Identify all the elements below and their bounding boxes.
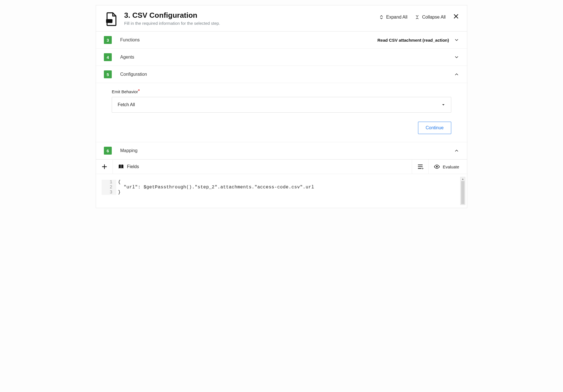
svg-text:CSV: CSV xyxy=(107,20,112,23)
continue-button[interactable]: Continue xyxy=(418,122,451,134)
configuration-body: Emit Behavior* Fetch All Continue xyxy=(96,83,467,142)
panel-header: CSV 3. CSV Configuration Fill in the req… xyxy=(96,5,467,32)
fields-button[interactable]: Fields xyxy=(113,160,144,174)
evaluate-button[interactable]: Evaluate xyxy=(429,160,467,174)
section-functions-summary: Read CSV attachment (read_action) xyxy=(377,38,449,43)
mapping-code-editor[interactable]: 1 { 2 "url": $getPassthrough()."step_2".… xyxy=(96,174,467,208)
add-mapping-button[interactable] xyxy=(96,160,113,174)
plus-icon xyxy=(101,164,108,170)
chevron-down-icon xyxy=(454,55,459,60)
section-configuration-label: Configuration xyxy=(120,72,147,77)
line-number: 2 xyxy=(102,185,116,190)
code-line-3: 3 } xyxy=(102,190,461,195)
chevron-up-icon xyxy=(454,72,459,77)
page-title: 3. CSV Configuration xyxy=(124,11,220,20)
csv-file-icon: CSV xyxy=(104,12,119,27)
code-line-1: 1 { xyxy=(102,180,461,185)
scrollbar-up-arrow-icon[interactable]: ▲ xyxy=(461,177,465,181)
emit-behavior-value: Fetch All xyxy=(118,102,135,107)
expand-all-icon xyxy=(379,15,384,20)
emit-behavior-label: Emit Behavior* xyxy=(112,89,451,94)
code-text: "url": $getPassthrough()."step_2".attach… xyxy=(116,185,314,190)
code-text: { xyxy=(116,180,121,185)
emit-behavior-label-text: Emit Behavior xyxy=(112,89,138,94)
code-text: } xyxy=(116,190,121,195)
expand-all-label: Expand All xyxy=(386,15,408,20)
step-badge-3: 3 xyxy=(104,36,112,44)
collapse-all-icon xyxy=(415,15,420,20)
eye-icon xyxy=(434,164,440,170)
config-panel: CSV 3. CSV Configuration Fill in the req… xyxy=(96,5,467,208)
close-button[interactable] xyxy=(453,13,459,21)
section-agents-label: Agents xyxy=(120,55,134,60)
fields-label: Fields xyxy=(127,164,139,169)
collapse-all-label: Collapse All xyxy=(422,15,446,20)
header-text: 3. CSV Configuration Fill in the require… xyxy=(124,11,220,26)
line-number: 1 xyxy=(102,180,116,185)
section-functions-label: Functions xyxy=(120,37,140,43)
book-icon xyxy=(118,164,124,170)
evaluate-label: Evaluate xyxy=(443,164,459,169)
step-badge-5: 5 xyxy=(104,70,112,78)
section-mapping-label: Mapping xyxy=(120,148,137,153)
step-badge-4: 4 xyxy=(104,53,112,61)
format-button[interactable] xyxy=(412,160,429,174)
chevron-down-icon xyxy=(454,37,459,43)
scrollbar[interactable]: ▲ xyxy=(460,177,465,205)
scrollbar-thumb[interactable] xyxy=(461,181,464,204)
step-badge-6: 6 xyxy=(104,147,112,155)
section-configuration[interactable]: 5 Configuration xyxy=(96,66,467,83)
emit-behavior-select[interactable]: Fetch All xyxy=(112,97,451,113)
code-line-2: 2 "url": $getPassthrough()."step_2".atta… xyxy=(102,185,461,190)
required-indicator: * xyxy=(138,88,140,93)
mapping-toolbar: Fields Evaluate xyxy=(96,159,467,174)
line-number: 3 xyxy=(102,190,116,195)
expand-all-button[interactable]: Expand All xyxy=(379,15,408,20)
section-functions[interactable]: 3 Functions Read CSV attachment (read_ac… xyxy=(96,32,467,49)
close-icon xyxy=(453,13,459,19)
format-lines-icon xyxy=(417,164,423,170)
svg-point-2 xyxy=(436,166,438,168)
collapse-all-button[interactable]: Collapse All xyxy=(415,15,446,20)
header-actions: Expand All Collapse All xyxy=(379,11,459,21)
caret-down-icon xyxy=(441,103,445,107)
page-subtitle: Fill in the required information for the… xyxy=(124,21,220,26)
section-mapping[interactable]: 6 Mapping xyxy=(96,142,467,159)
section-agents[interactable]: 4 Agents xyxy=(96,49,467,66)
chevron-up-icon xyxy=(454,148,459,153)
